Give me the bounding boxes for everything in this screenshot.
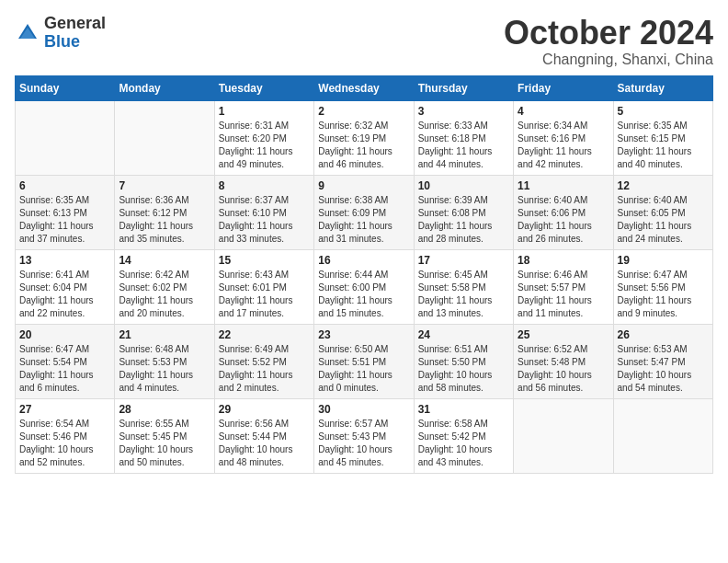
day-number: 31	[418, 403, 509, 416]
day-number: 26	[618, 328, 709, 341]
day-number: 24	[418, 328, 509, 341]
day-number: 20	[19, 328, 110, 341]
calendar-cell: 5Sunrise: 6:35 AM Sunset: 6:15 PM Daylig…	[613, 100, 712, 175]
day-number: 4	[518, 105, 609, 118]
day-info: Sunrise: 6:52 AM Sunset: 5:48 PM Dayligh…	[518, 343, 609, 395]
calendar-cell: 24Sunrise: 6:51 AM Sunset: 5:50 PM Dayli…	[414, 324, 513, 398]
day-info: Sunrise: 6:38 AM Sunset: 6:09 PM Dayligh…	[318, 194, 409, 246]
day-info: Sunrise: 6:55 AM Sunset: 5:45 PM Dayligh…	[119, 418, 210, 469]
day-info: Sunrise: 6:46 AM Sunset: 5:57 PM Dayligh…	[518, 269, 609, 320]
calendar-cell: 2Sunrise: 6:32 AM Sunset: 6:19 PM Daylig…	[314, 100, 414, 175]
weekday-header-sunday: Sunday	[16, 75, 115, 100]
calendar-week-row: 20Sunrise: 6:47 AM Sunset: 5:54 PM Dayli…	[16, 324, 713, 398]
day-info: Sunrise: 6:34 AM Sunset: 6:16 PM Dayligh…	[518, 120, 609, 171]
day-info: Sunrise: 6:51 AM Sunset: 5:50 PM Dayligh…	[418, 343, 509, 395]
page-header: General Blue October 2024 Changning, Sha…	[15, 15, 713, 68]
weekday-header-friday: Friday	[514, 75, 613, 100]
calendar-cell: 11Sunrise: 6:40 AM Sunset: 6:06 PM Dayli…	[514, 175, 613, 249]
day-info: Sunrise: 6:40 AM Sunset: 6:06 PM Dayligh…	[518, 194, 609, 246]
calendar-cell: 3Sunrise: 6:33 AM Sunset: 6:18 PM Daylig…	[414, 100, 513, 175]
day-info: Sunrise: 6:47 AM Sunset: 5:56 PM Dayligh…	[618, 269, 709, 320]
day-number: 3	[418, 105, 509, 118]
day-number: 11	[518, 179, 609, 192]
calendar-cell: 9Sunrise: 6:38 AM Sunset: 6:09 PM Daylig…	[314, 175, 414, 249]
calendar-cell: 30Sunrise: 6:57 AM Sunset: 5:43 PM Dayli…	[314, 398, 414, 473]
calendar-cell: 17Sunrise: 6:45 AM Sunset: 5:58 PM Dayli…	[414, 249, 513, 324]
calendar-week-row: 6Sunrise: 6:35 AM Sunset: 6:13 PM Daylig…	[16, 175, 713, 249]
calendar-cell: 25Sunrise: 6:52 AM Sunset: 5:48 PM Dayli…	[514, 324, 613, 398]
day-info: Sunrise: 6:48 AM Sunset: 5:53 PM Dayligh…	[119, 343, 210, 395]
calendar-week-row: 27Sunrise: 6:54 AM Sunset: 5:46 PM Dayli…	[16, 398, 713, 473]
weekday-header-monday: Monday	[115, 75, 214, 100]
day-number: 2	[318, 105, 409, 118]
calendar-cell: 23Sunrise: 6:50 AM Sunset: 5:51 PM Dayli…	[314, 324, 414, 398]
day-info: Sunrise: 6:35 AM Sunset: 6:15 PM Dayligh…	[618, 120, 709, 171]
logo-icon	[15, 20, 40, 46]
day-info: Sunrise: 6:33 AM Sunset: 6:18 PM Dayligh…	[418, 120, 509, 171]
day-number: 12	[618, 179, 709, 192]
calendar-cell: 14Sunrise: 6:42 AM Sunset: 6:02 PM Dayli…	[115, 249, 214, 324]
weekday-header-row: SundayMondayTuesdayWednesdayThursdayFrid…	[16, 75, 713, 100]
day-number: 30	[318, 403, 409, 416]
day-info: Sunrise: 6:54 AM Sunset: 5:46 PM Dayligh…	[19, 418, 110, 469]
day-info: Sunrise: 6:36 AM Sunset: 6:12 PM Dayligh…	[119, 194, 210, 246]
day-info: Sunrise: 6:42 AM Sunset: 6:02 PM Dayligh…	[119, 269, 210, 320]
day-info: Sunrise: 6:40 AM Sunset: 6:05 PM Dayligh…	[618, 194, 709, 246]
weekday-header-saturday: Saturday	[613, 75, 712, 100]
calendar-cell: 20Sunrise: 6:47 AM Sunset: 5:54 PM Dayli…	[16, 324, 115, 398]
calendar-cell: 29Sunrise: 6:56 AM Sunset: 5:44 PM Dayli…	[214, 398, 313, 473]
logo: General Blue	[15, 15, 106, 52]
calendar-cell: 19Sunrise: 6:47 AM Sunset: 5:56 PM Dayli…	[613, 249, 712, 324]
day-number: 8	[219, 179, 310, 192]
day-info: Sunrise: 6:41 AM Sunset: 6:04 PM Dayligh…	[19, 269, 110, 320]
day-number: 16	[318, 254, 409, 267]
day-info: Sunrise: 6:43 AM Sunset: 6:01 PM Dayligh…	[219, 269, 310, 320]
day-info: Sunrise: 6:58 AM Sunset: 5:42 PM Dayligh…	[418, 418, 509, 469]
day-number: 25	[518, 328, 609, 341]
day-number: 18	[518, 254, 609, 267]
day-number: 5	[618, 105, 709, 118]
day-info: Sunrise: 6:50 AM Sunset: 5:51 PM Dayligh…	[318, 343, 409, 395]
day-number: 17	[418, 254, 509, 267]
day-info: Sunrise: 6:37 AM Sunset: 6:10 PM Dayligh…	[219, 194, 310, 246]
calendar-cell: 27Sunrise: 6:54 AM Sunset: 5:46 PM Dayli…	[16, 398, 115, 473]
calendar-cell: 4Sunrise: 6:34 AM Sunset: 6:16 PM Daylig…	[514, 100, 613, 175]
day-info: Sunrise: 6:32 AM Sunset: 6:19 PM Dayligh…	[318, 120, 409, 171]
calendar-week-row: 1Sunrise: 6:31 AM Sunset: 6:20 PM Daylig…	[16, 100, 713, 175]
calendar-cell: 31Sunrise: 6:58 AM Sunset: 5:42 PM Dayli…	[414, 398, 513, 473]
calendar-cell	[16, 100, 115, 175]
calendar-cell: 1Sunrise: 6:31 AM Sunset: 6:20 PM Daylig…	[214, 100, 313, 175]
day-info: Sunrise: 6:39 AM Sunset: 6:08 PM Dayligh…	[418, 194, 509, 246]
calendar-cell: 26Sunrise: 6:53 AM Sunset: 5:47 PM Dayli…	[613, 324, 712, 398]
calendar-cell: 21Sunrise: 6:48 AM Sunset: 5:53 PM Dayli…	[115, 324, 214, 398]
day-number: 6	[19, 179, 110, 192]
day-number: 22	[219, 328, 310, 341]
day-number: 19	[618, 254, 709, 267]
calendar-cell: 13Sunrise: 6:41 AM Sunset: 6:04 PM Dayli…	[16, 249, 115, 324]
calendar-cell: 22Sunrise: 6:49 AM Sunset: 5:52 PM Dayli…	[214, 324, 313, 398]
weekday-header-tuesday: Tuesday	[214, 75, 313, 100]
location: Changning, Shanxi, China	[504, 52, 713, 68]
day-info: Sunrise: 6:44 AM Sunset: 6:00 PM Dayligh…	[318, 269, 409, 320]
day-number: 21	[119, 328, 210, 341]
month-title: October 2024	[504, 15, 713, 52]
day-number: 29	[219, 403, 310, 416]
calendar-cell: 12Sunrise: 6:40 AM Sunset: 6:05 PM Dayli…	[613, 175, 712, 249]
calendar-cell: 8Sunrise: 6:37 AM Sunset: 6:10 PM Daylig…	[214, 175, 313, 249]
calendar-cell	[613, 398, 712, 473]
day-info: Sunrise: 6:35 AM Sunset: 6:13 PM Dayligh…	[19, 194, 110, 246]
day-number: 10	[418, 179, 509, 192]
day-number: 14	[119, 254, 210, 267]
calendar-cell: 15Sunrise: 6:43 AM Sunset: 6:01 PM Dayli…	[214, 249, 313, 324]
day-number: 27	[19, 403, 110, 416]
calendar-cell: 10Sunrise: 6:39 AM Sunset: 6:08 PM Dayli…	[414, 175, 513, 249]
day-info: Sunrise: 6:56 AM Sunset: 5:44 PM Dayligh…	[219, 418, 310, 469]
day-info: Sunrise: 6:47 AM Sunset: 5:54 PM Dayligh…	[19, 343, 110, 395]
weekday-header-thursday: Thursday	[414, 75, 513, 100]
calendar-cell: 7Sunrise: 6:36 AM Sunset: 6:12 PM Daylig…	[115, 175, 214, 249]
title-block: October 2024 Changning, Shanxi, China	[504, 15, 713, 68]
day-number: 9	[318, 179, 409, 192]
day-number: 13	[19, 254, 110, 267]
calendar-cell: 16Sunrise: 6:44 AM Sunset: 6:00 PM Dayli…	[314, 249, 414, 324]
calendar-cell	[514, 398, 613, 473]
